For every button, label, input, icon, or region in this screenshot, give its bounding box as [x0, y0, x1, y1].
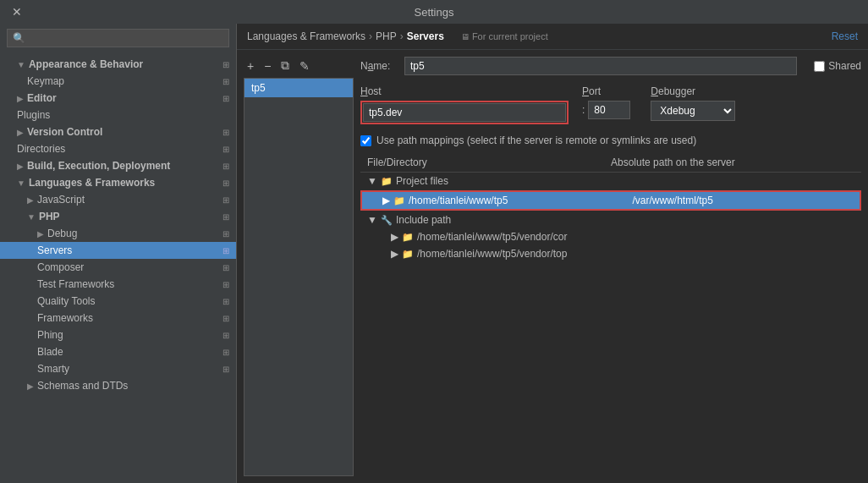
sidebar-item-editor[interactable]: ▶ Editor ⊞ [0, 90, 236, 107]
sidebar-item-smarty[interactable]: Smarty ⊞ [0, 360, 236, 377]
sidebar-item-version-control[interactable]: ▶ Version Control ⊞ [0, 123, 236, 140]
sidebar-item-label: Appearance & Behavior [29, 58, 143, 70]
sidebar-item-debug[interactable]: ▶ Debug ⊞ [0, 225, 236, 242]
settings-icon: ⊞ [222, 246, 229, 255]
sidebar-item-label: Frameworks [37, 312, 93, 324]
settings-icon: ⊞ [222, 331, 229, 340]
sidebar-item-languages[interactable]: ▼ Languages & Frameworks ⊞ [0, 174, 236, 191]
arrow-icon: ▼ [27, 212, 36, 222]
project-files-label: Project files [396, 175, 448, 187]
file-tree-row[interactable]: ▶ 📁 /home/tianlei/www/tp5/vendor/cor [360, 228, 861, 245]
include-path-row[interactable]: ▼ 🔧 Include path [360, 211, 861, 228]
arrow-icon: ▶ [382, 195, 390, 206]
arrow-icon: ▼ [367, 175, 377, 187]
sidebar-item-label: Editor [27, 92, 57, 104]
search-input[interactable] [7, 29, 229, 47]
breadcrumb: Languages & Frameworks › PHP › Servers 🖥… [237, 24, 868, 50]
settings-icon: ⊞ [222, 94, 229, 103]
sidebar-item-blade[interactable]: Blade ⊞ [0, 343, 236, 360]
debugger-label: Debugger [651, 85, 735, 97]
sidebar-item-test-frameworks[interactable]: Test Frameworks ⊞ [0, 276, 236, 293]
shared-check[interactable] [814, 61, 825, 72]
sidebar-item-label: Quality Tools [37, 295, 95, 307]
sidebar-item-label: PHP [39, 211, 60, 222]
debugger-select[interactable]: Xdebug Zend Debugger [651, 101, 735, 121]
sidebar-item-label: Directories [17, 143, 65, 155]
settings-icon: ⊞ [222, 162, 229, 171]
sidebar-item-label: Languages & Frameworks [29, 177, 155, 189]
host-input[interactable] [363, 103, 566, 122]
server-list-box: tp5 [244, 78, 354, 476]
folder-icon: 📁 [402, 232, 414, 243]
port-input[interactable] [588, 101, 630, 119]
file-row-highlight: ▶ 📁 /home/tianlei/www/tp5 /var/www/html/… [360, 190, 861, 211]
settings-icon: ⊞ [222, 297, 229, 306]
breadcrumb-part2: PHP [376, 30, 397, 42]
sidebar-item-javascript[interactable]: ▶ JavaScript ⊞ [0, 191, 236, 208]
sidebar-item-label: Smarty [37, 363, 69, 375]
breadcrumb-sep2: › [400, 30, 404, 42]
breadcrumb-sep1: › [369, 30, 372, 42]
remove-server-button[interactable]: − [261, 57, 274, 74]
shared-label: Shared [828, 60, 861, 72]
colon: : [582, 104, 585, 116]
add-server-button[interactable]: + [244, 57, 257, 74]
file-tree-row[interactable]: ▶ 📁 /home/tianlei/www/tp5/vendor/top [360, 245, 861, 262]
file-tree-container: ▼ 📁 Project files ▶ 📁 /home/tianlei/www/… [360, 173, 861, 476]
host-label: Host [360, 85, 569, 97]
col-abs-header: Absolute path on the server [611, 156, 854, 168]
content-area: Languages & Frameworks › PHP › Servers 🖥… [237, 24, 868, 483]
settings-icon: ⊞ [222, 145, 229, 154]
sidebar-item-label: Debug [47, 228, 77, 239]
sidebar-item-composer[interactable]: Composer ⊞ [0, 259, 236, 276]
sidebar-item-directories[interactable]: Directories ⊞ [0, 140, 236, 157]
server-list-item[interactable]: tp5 [244, 79, 353, 97]
port-row: : [582, 101, 630, 119]
name-input[interactable] [404, 57, 797, 75]
host-input-wrapper [360, 101, 569, 124]
shared-checkbox[interactable]: Shared [814, 60, 861, 72]
sidebar-item-appearance[interactable]: ▼ Appearance & Behavior ⊞ [0, 56, 236, 73]
settings-icon: ⊞ [222, 365, 229, 374]
copy-server-button[interactable]: ⧉ [277, 57, 293, 74]
sidebar-item-php[interactable]: ▼ PHP ⊞ [0, 208, 236, 225]
sidebar-item-label: Blade [37, 346, 63, 358]
file-tree-row[interactable]: ▶ 📁 /home/tianlei/www/tp5 /var/www/html/… [362, 192, 860, 209]
close-button[interactable]: ✕ [10, 5, 24, 19]
sidebar-item-plugins[interactable]: Plugins [0, 107, 236, 123]
file-path: /home/tianlei/www/tp5/vendor/cor [417, 231, 854, 243]
search-box [0, 24, 236, 52]
folder-icon: 🔧 [381, 215, 393, 226]
file-mapping-table: File/Directory Absolute path on the serv… [360, 153, 861, 476]
edit-server-button[interactable]: ✎ [296, 57, 313, 74]
reset-button[interactable]: Reset [832, 30, 858, 42]
abs-path: /var/www/html/tp5 [633, 195, 854, 206]
settings-icon: ⊞ [222, 195, 229, 205]
sidebar-tree: ▼ Appearance & Behavior ⊞ Keymap ⊞ ▶ Edi… [0, 52, 236, 483]
arrow-icon: ▼ [367, 214, 377, 226]
project-files-row[interactable]: ▼ 📁 Project files [360, 173, 861, 189]
arrow-icon: ▶ [17, 128, 24, 137]
arrow-icon: ▶ [27, 195, 34, 205]
sidebar-item-keymap[interactable]: Keymap ⊞ [0, 73, 236, 90]
arrow-icon: ▶ [391, 248, 398, 260]
sidebar-item-schemas[interactable]: ▶ Schemas and DTDs [0, 377, 236, 394]
port-section: Port : [582, 85, 630, 119]
server-list: + − ⧉ ✎ tp5 [244, 57, 354, 476]
breadcrumb-part1: Languages & Frameworks [247, 30, 365, 42]
settings-icon: ⊞ [222, 178, 229, 188]
file-path: /home/tianlei/www/tp5 [409, 195, 629, 206]
settings-icon: ⊞ [222, 128, 229, 137]
name-row: Name: Shared [360, 57, 861, 75]
sidebar-item-label: Plugins [17, 109, 50, 121]
sidebar-item-servers[interactable]: Servers ⊞ [0, 242, 236, 259]
sidebar-item-frameworks[interactable]: Frameworks ⊞ [0, 310, 236, 327]
arrow-icon: ▶ [37, 229, 44, 239]
server-panel: + − ⧉ ✎ tp5 Name: [237, 50, 868, 483]
sidebar-item-quality-tools[interactable]: Quality Tools ⊞ [0, 293, 236, 310]
sidebar-item-label: JavaScript [37, 194, 85, 206]
sidebar-item-label: Build, Execution, Deployment [27, 160, 170, 172]
sidebar-item-phing[interactable]: Phing ⊞ [0, 327, 236, 343]
sidebar-item-build[interactable]: ▶ Build, Execution, Deployment ⊞ [0, 157, 236, 174]
path-mapping-checkbox[interactable] [360, 135, 371, 146]
